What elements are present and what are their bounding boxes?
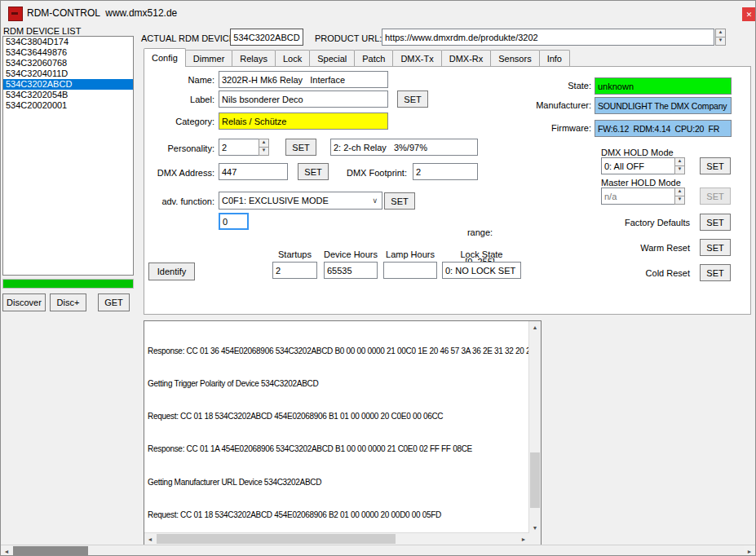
log-line: Response: CC 01 36 454E02068906 534C3202… xyxy=(148,346,529,356)
list-item-selected[interactable]: 534C3202ABCD xyxy=(3,79,133,90)
cold-reset-label: Cold Reset xyxy=(572,268,690,278)
scroll-down-icon: ▼ xyxy=(533,525,538,531)
spin-down-icon: ▼ xyxy=(678,166,683,171)
url-spin-down-button[interactable]: ▼ xyxy=(715,37,726,46)
scroll-up-icon: ▲ xyxy=(533,324,538,330)
tab-config[interactable]: Config xyxy=(144,48,186,67)
tab-bar: Config Dimmer Relays Lock Special Patch … xyxy=(144,48,570,67)
log-output[interactable]: Response: CC 01 36 454E02068906 534C3202… xyxy=(144,321,529,533)
scroll-down-button[interactable]: ▼ xyxy=(529,522,541,533)
window-titlebar: RDM-CONTROL www.dmx512.de ✕ xyxy=(1,1,755,25)
personality-label: Personality: xyxy=(144,143,214,153)
scroll-left-icon: ◄ xyxy=(4,549,10,554)
cold-reset-set-button[interactable]: SET xyxy=(700,264,731,281)
scroll-right-icon: ► xyxy=(521,536,527,542)
tab-patch[interactable]: Patch xyxy=(354,50,393,66)
factory-defaults-set-button[interactable]: SET xyxy=(700,214,731,231)
scrollbar-corner xyxy=(529,533,541,545)
master-hold-field[interactable]: n/a xyxy=(601,188,675,205)
scroll-left-icon: ◄ xyxy=(148,536,153,542)
log-hscroll-thumb[interactable] xyxy=(157,534,396,544)
list-item[interactable]: 534C32060768 xyxy=(3,58,133,68)
list-item[interactable]: 534C3804D174 xyxy=(3,37,133,47)
tab-special[interactable]: Special xyxy=(309,50,355,66)
manufacturer-label: Manufacturer: xyxy=(505,100,591,110)
personality-set-button[interactable]: SET xyxy=(285,139,316,156)
startups-header: Startups xyxy=(272,249,317,259)
log-line: Request: CC 01 18 534C3202ABCD 454E02068… xyxy=(148,510,529,520)
product-url-field[interactable]: https://www.dmxrdm.de/produkte/3202 xyxy=(382,29,714,46)
dmx-hold-set-button[interactable]: SET xyxy=(700,157,731,174)
discover-progressbar xyxy=(2,279,134,289)
scroll-left-button[interactable]: ◄ xyxy=(144,533,156,545)
log-hscrollbar[interactable]: ◄ ► xyxy=(144,532,529,545)
scroll-right-button[interactable]: ► xyxy=(518,533,529,545)
dmx-footprint-field[interactable]: 2 xyxy=(413,163,478,180)
lock-state-field[interactable]: 0: NO LOCK SET xyxy=(442,262,521,279)
startups-field[interactable]: 2 xyxy=(272,262,317,279)
label-set-button[interactable]: SET xyxy=(397,90,428,108)
category-label: Category: xyxy=(144,117,214,126)
dmx-hold-spin-down-button[interactable]: ▼ xyxy=(674,165,685,174)
lamp-hours-field[interactable] xyxy=(383,262,437,279)
adv-function-select[interactable]: C0F1: EXCLUSIVE MODE ∨ xyxy=(219,192,382,210)
window-hscrollbar[interactable]: ◄ ► xyxy=(1,545,755,556)
log-line: Getting Trigger Polarity of Device 534C3… xyxy=(148,378,529,389)
tab-dimmer[interactable]: Dimmer xyxy=(185,50,233,66)
list-item[interactable]: 534C36449876 xyxy=(3,47,133,58)
name-field[interactable]: 3202R-H Mk6 Relay Interface xyxy=(219,71,388,88)
actual-rdm-device-label: ACTUAL RDM DEVICE xyxy=(141,33,235,43)
close-button[interactable]: ✕ xyxy=(742,7,756,21)
master-hold-set-button[interactable]: SET xyxy=(700,188,731,205)
dmx-address-set-button[interactable]: SET xyxy=(298,163,329,180)
dmx-address-field[interactable]: 447 xyxy=(219,163,288,180)
log-line: Request: CC 01 18 534C3202ABCD 454E02068… xyxy=(148,411,529,421)
tab-sensors[interactable]: Sensors xyxy=(490,50,539,66)
master-hold-label: Master HOLD Mode xyxy=(601,178,681,188)
tab-info[interactable]: Info xyxy=(539,50,570,66)
tab-lock[interactable]: Lock xyxy=(275,50,310,66)
adv-function-set-button[interactable]: SET xyxy=(384,192,415,210)
rdm-device-listbox[interactable]: 534C3804D174 534C36449876 534C32060768 5… xyxy=(2,36,134,276)
log-vscroll-thumb[interactable] xyxy=(530,452,540,508)
discover-button[interactable]: Discover xyxy=(2,293,46,311)
warm-reset-set-button[interactable]: SET xyxy=(700,239,731,256)
log-vscrollbar[interactable]: ▲ ▼ xyxy=(528,321,541,533)
label-field[interactable]: Nils bsonderer Deco xyxy=(219,90,388,108)
tab-dmx-rx[interactable]: DMX-Rx xyxy=(441,50,492,66)
list-item[interactable]: 534C3202054B xyxy=(3,90,133,100)
disc-plus-button[interactable]: Disc+ xyxy=(50,293,86,311)
personality-field[interactable]: 2 xyxy=(219,139,259,156)
window-scroll-right-button[interactable]: ► xyxy=(744,545,755,556)
window-hscroll-thumb[interactable] xyxy=(13,546,88,556)
dmx-hold-field[interactable]: 0: All OFF xyxy=(601,157,675,174)
device-hours-header: Device Hours xyxy=(321,249,381,259)
spin-down-icon: ▼ xyxy=(262,148,267,152)
category-field[interactable]: Relais / Schütze xyxy=(219,113,388,130)
name-label: Name: xyxy=(144,75,214,85)
log-line: Getting Manufacturer URL Device 534C3202… xyxy=(148,477,529,488)
spin-up-icon: ▲ xyxy=(678,188,683,193)
window-scroll-left-button[interactable]: ◄ xyxy=(1,545,12,556)
adv-function-param-field[interactable]: 0 xyxy=(219,213,249,230)
dmx-footprint-label: DMX Footprint: xyxy=(347,168,407,178)
personality-desc-field[interactable]: 2: 2-ch Relay 3%/97% xyxy=(330,139,478,156)
window-title: RDM-CONTROL www.dmx512.de xyxy=(27,7,177,19)
identify-button[interactable]: Identify xyxy=(148,263,195,280)
personality-spin-down-button[interactable]: ▼ xyxy=(259,147,269,156)
tab-relays[interactable]: Relays xyxy=(232,50,276,66)
get-button[interactable]: GET xyxy=(98,293,130,311)
product-url-spinner: ▲ ▼ xyxy=(715,29,726,46)
chevron-down-icon: ∨ xyxy=(372,196,379,205)
actual-rdm-device-field[interactable]: 534C3202ABCD xyxy=(230,29,303,46)
tab-dmx-tx[interactable]: DMX-Tx xyxy=(392,50,441,66)
scroll-up-button[interactable]: ▲ xyxy=(529,321,541,333)
list-item[interactable]: 534C20020001 xyxy=(3,100,133,111)
device-hours-field[interactable]: 65535 xyxy=(324,262,378,279)
scroll-right-icon: ► xyxy=(747,549,753,554)
dmx-hold-spinner: ▲ ▼ xyxy=(674,157,685,174)
manufacturer-field: SOUNDLIGHT The DMX Company xyxy=(595,97,732,114)
list-item[interactable]: 534C3204011D xyxy=(3,68,133,79)
log-panel: Response: CC 01 36 454E02068906 534C3202… xyxy=(144,320,542,545)
master-hold-spin-down-button[interactable]: ▼ xyxy=(674,196,685,205)
